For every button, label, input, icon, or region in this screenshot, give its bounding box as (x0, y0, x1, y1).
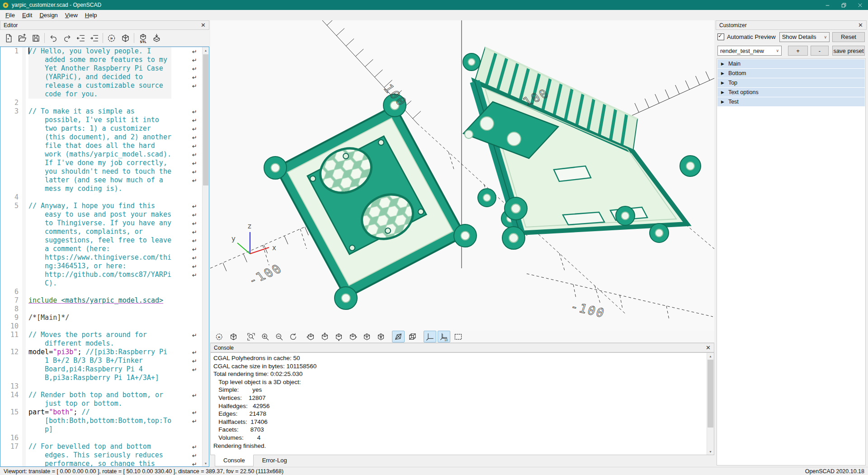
svg-text:»: » (217, 334, 220, 339)
indent-button[interactable] (87, 31, 101, 45)
code-line-text (28, 305, 171, 314)
view-front-button[interactable] (360, 331, 373, 342)
tab-error-log[interactable]: Error-Log (254, 455, 296, 466)
wrap-marker-icon: ↵ (192, 245, 199, 254)
redo-button[interactable] (60, 31, 74, 45)
open-button[interactable] (15, 31, 29, 45)
code-line-text (28, 434, 171, 442)
viewport-canvas[interactable]: 100100-100-100zyx (210, 20, 714, 331)
customizer-section-top[interactable]: ▶Top (717, 78, 865, 87)
customizer-close-icon[interactable]: ✕ (858, 22, 863, 28)
console-line: Simple: yes (213, 386, 711, 394)
view-bottom-button[interactable] (332, 331, 345, 342)
section-label: Test (728, 99, 739, 105)
unindent-button[interactable] (74, 31, 87, 45)
automatic-preview-checkbox[interactable]: ✓ (717, 33, 724, 40)
toolbar-separator (44, 33, 45, 43)
menu-design[interactable]: Design (36, 10, 61, 20)
menu-file[interactable]: File (2, 10, 19, 20)
line-number: 6 (0, 288, 22, 296)
wrap-marker-icon: ↵ (192, 237, 199, 245)
menu-edit[interactable]: Edit (19, 10, 36, 20)
render-button[interactable] (227, 331, 240, 342)
reset-view-button[interactable] (287, 331, 299, 342)
scroll-up-icon[interactable]: ▴ (203, 47, 209, 53)
menu-help[interactable]: Help (81, 10, 101, 20)
line-number: 10 (0, 322, 22, 331)
code-line: 2 (0, 99, 202, 107)
details-dropdown[interactable]: Show Details ∨ (779, 32, 830, 42)
console-scrollbar[interactable]: ▴ ▾ (707, 353, 714, 455)
tab-console[interactable]: Console (215, 455, 254, 466)
save-button[interactable] (29, 31, 42, 45)
section-label: Top (728, 80, 737, 86)
code-line: 5// Anyway, I hope you find this easy to… (0, 202, 202, 288)
restore-button[interactable] (835, 0, 852, 10)
show-crosshairs-button[interactable] (452, 331, 464, 342)
orthogonal-button[interactable] (406, 331, 419, 342)
console-close-icon[interactable]: ✕ (706, 345, 711, 351)
view-left-button[interactable] (346, 331, 359, 342)
customizer-section-main[interactable]: ▶Main (717, 59, 865, 68)
wrap-marker-icon: ↵ (192, 451, 199, 460)
editor-scrollbar[interactable]: ▴ ▾ (202, 47, 209, 466)
customizer-section-test[interactable]: ▶Test (717, 97, 865, 106)
viewport-3d[interactable]: 100100-100-100zyx (210, 20, 714, 331)
zoom-out-button[interactable] (273, 331, 285, 342)
editor-close-icon[interactable]: ✕ (201, 22, 206, 28)
code-text-area[interactable]: 1// Hello, you lovely people. I added so… (0, 47, 202, 466)
code-line: 11// Moves the ports around for differen… (0, 331, 202, 348)
undo-button[interactable] (47, 31, 60, 45)
scroll-up-icon[interactable]: ▴ (707, 353, 714, 359)
save-preset-button[interactable]: save preset (832, 46, 865, 56)
console-panel-header: Console ✕ (210, 343, 714, 352)
wrap-marker-icon: ↵ (192, 151, 199, 159)
preset-dropdown[interactable]: render_test_new ∨ (717, 46, 782, 56)
print-3d-button[interactable] (150, 31, 163, 45)
console-output[interactable]: CGAL Polyhedrons in cache: 50CGAL cache … (210, 352, 714, 455)
preview-button[interactable]: » (105, 31, 118, 45)
line-number: 9 (0, 314, 22, 322)
code-line-text: part="both"; // [both:Both,bottom:Bottom… (28, 408, 171, 434)
code-editor[interactable]: 1// Hello, you lovely people. I added so… (0, 47, 209, 467)
customizer-panel-title: Customizer (719, 22, 747, 28)
scroll-down-icon[interactable]: ▾ (203, 460, 209, 466)
view-right-button[interactable] (304, 331, 317, 342)
wrap-marker-icon: ↵ (192, 125, 199, 133)
remove-preset-button[interactable]: - (811, 46, 829, 56)
zoom-all-button[interactable] (245, 331, 257, 342)
close-button[interactable] (852, 0, 868, 10)
axis-tick-label: -100 (245, 261, 285, 287)
menu-view[interactable]: View (61, 10, 81, 20)
code-line-text: // To make it as simple as possible, I'v… (28, 107, 171, 193)
code-line-text: include <maths/yarpic_model.scad> (28, 296, 171, 305)
editor-scrollbar-thumb[interactable] (203, 54, 208, 185)
customizer-section-text-options[interactable]: ▶Text options (717, 88, 865, 97)
add-preset-button[interactable]: + (788, 46, 808, 56)
show-scale-markers-button[interactable]: 10 (438, 331, 450, 342)
preview-button[interactable]: » (213, 331, 226, 342)
line-number: 4 (0, 193, 22, 202)
perspective-button[interactable] (392, 331, 405, 342)
render-button[interactable] (118, 31, 132, 45)
export-stl-button[interactable]: STL (136, 31, 150, 45)
expand-triangle-icon: ▶ (721, 71, 724, 76)
zoom-in-button[interactable] (259, 331, 271, 342)
line-number: 13 (0, 382, 22, 391)
new-file-button[interactable] (2, 31, 15, 45)
window-title: yarpic_customizer.scad - OpenSCAD (12, 2, 101, 8)
view-back-button[interactable] (374, 331, 387, 342)
code-line-text: model="pi3b"; //[pi3b:Raspberry Pi 1 B+/… (28, 348, 171, 382)
code-line: 14// Render both top and bottom, or just… (0, 391, 202, 408)
version-text: OpenSCAD 2020.10.18 (805, 468, 864, 475)
scroll-down-icon[interactable]: ▾ (707, 448, 714, 455)
code-line-text (28, 288, 171, 296)
customizer-section-bottom[interactable]: ▶Bottom (717, 69, 865, 78)
show-axes-button[interactable] (424, 331, 436, 342)
view-top-button[interactable] (318, 331, 331, 342)
console-scrollbar-thumb[interactable] (708, 360, 713, 428)
expand-triangle-icon: ▶ (721, 100, 724, 104)
minimize-button[interactable] (819, 0, 835, 10)
console-line: Vertices: 12807 (213, 394, 711, 402)
reset-button[interactable]: Reset (832, 32, 865, 42)
